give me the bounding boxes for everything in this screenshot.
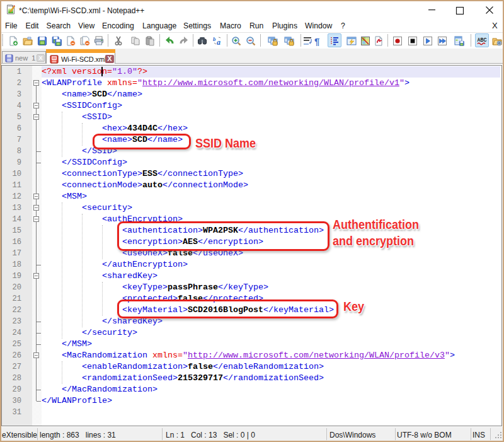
- svg-text:b: b: [213, 36, 216, 42]
- svg-text:a: a: [217, 38, 220, 46]
- svg-text:¶: ¶: [314, 36, 319, 46]
- svg-text:ABC: ABC: [478, 37, 487, 43]
